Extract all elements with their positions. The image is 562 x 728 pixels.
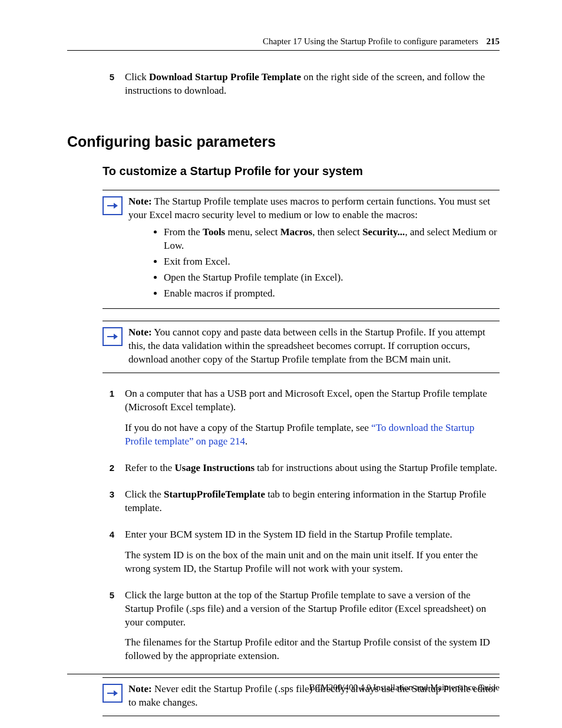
- page-header: Chapter 17 Using the Startup Profile to …: [67, 37, 500, 51]
- step-5-top: 5 Click Download Startup Profile Templat…: [91, 71, 500, 105]
- step-number: 3: [91, 488, 125, 522]
- step-5: 5 Click the large button at the top of t…: [91, 589, 500, 671]
- step-text: Refer to the Usage Instructions tab for …: [125, 462, 500, 482]
- page-footer: BCM200/400 4.0 Installation and Maintena…: [67, 674, 500, 693]
- step-number: 4: [91, 528, 125, 583]
- step-3: 3 Click the StartupProfileTemplate tab t…: [91, 488, 500, 522]
- step-number: 5: [91, 589, 125, 671]
- step-number: 1: [91, 387, 125, 456]
- heading-customize: To customize a Startup Profile for your …: [103, 164, 500, 178]
- arrow-icon: [103, 327, 123, 346]
- note-text: Note: You cannot copy and paste data bet…: [128, 326, 500, 367]
- note-text: Note: The Startup Profile template uses …: [128, 195, 500, 303]
- step-4: 4 Enter your BCM system ID in the System…: [91, 528, 500, 583]
- note-icon: [103, 195, 128, 303]
- note-no-copy-paste: Note: You cannot copy and paste data bet…: [103, 321, 500, 373]
- step-2: 2 Refer to the Usage Instructions tab fo…: [91, 462, 500, 482]
- arrow-icon: [103, 196, 123, 215]
- step-1: 1 On a computer that has a USB port and …: [91, 387, 500, 456]
- note-bullets: From the Tools menu, select Macros, then…: [128, 226, 500, 301]
- step-text: On a computer that has a USB port and Mi…: [125, 387, 500, 456]
- note-macros: Note: The Startup Profile template uses …: [103, 190, 500, 309]
- note-icon: [103, 326, 128, 367]
- step-number: 5: [91, 71, 125, 105]
- step-text: Enter your BCM system ID in the System I…: [125, 528, 500, 583]
- footer-text: BCM200/400 4.0 Installation and Maintena…: [67, 674, 500, 693]
- bullet-2: Exit from Excel.: [164, 255, 500, 269]
- step-number: 2: [91, 462, 125, 482]
- step-text: Click the large button at the top of the…: [125, 589, 500, 671]
- page: Chapter 17 Using the Startup Profile to …: [0, 0, 562, 728]
- bullet-1: From the Tools menu, select Macros, then…: [164, 226, 500, 253]
- heading-configuring: Configuring basic parameters: [67, 133, 500, 150]
- page-number: 215: [487, 37, 500, 46]
- bullet-3: Open the Startup Profile template (in Ex…: [164, 271, 500, 285]
- bullet-4: Enable macros if prompted.: [164, 287, 500, 301]
- step-text: Click Download Startup Profile Template …: [125, 71, 500, 105]
- chapter-text: Chapter 17 Using the Startup Profile to …: [263, 37, 478, 46]
- step-text: Click the StartupProfileTemplate tab to …: [125, 488, 500, 522]
